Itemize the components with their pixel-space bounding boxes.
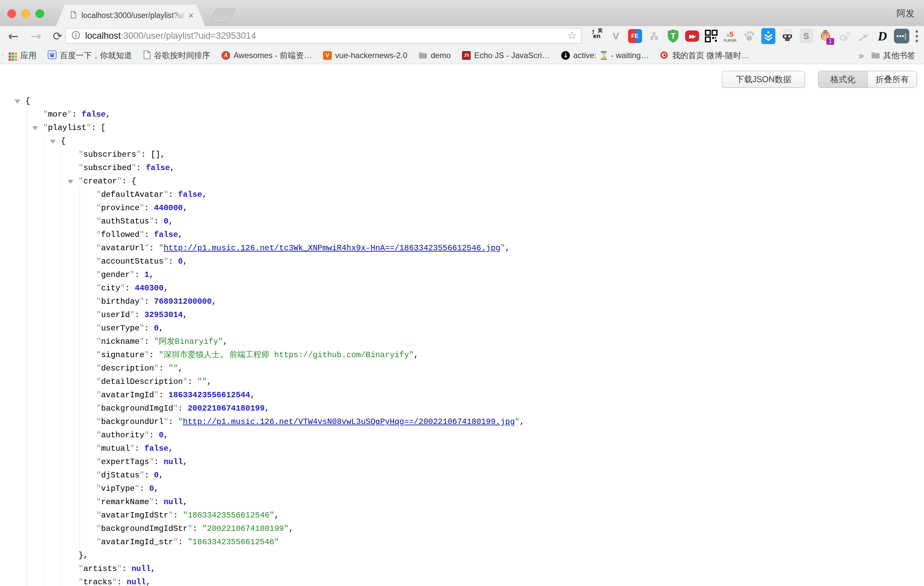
json-line: "backgroundImgIdStr": "2002210674180199"… <box>0 522 924 536</box>
reload-icon[interactable]: ⟳ <box>53 28 63 44</box>
omnibox[interactable]: localhost:3000/user/playlist?uid=3295301… <box>66 28 581 43</box>
json-number-value: 32953014 <box>144 310 183 319</box>
bookmark-item[interactable]: JSEcho JS - JavaScri… <box>462 51 550 60</box>
colon: : <box>159 391 168 399</box>
key-quote: " <box>96 538 101 546</box>
bookmark-item[interactable]: 我的首页 微博-随时… <box>660 50 749 61</box>
new-tab-button[interactable] <box>209 9 236 23</box>
bookmark-item[interactable]: 谷歌按时间排序 <box>143 50 210 61</box>
comma: , <box>168 217 173 226</box>
json-line: "birthday": 768931200000, <box>0 295 924 309</box>
json-key: gender <box>101 270 130 279</box>
qrcode-extension[interactable] <box>701 27 721 45</box>
string-quote: " <box>197 377 202 386</box>
bookmark-item[interactable]: AAwesomes - 前端资… <box>221 50 312 61</box>
html5-player-extension[interactable]: s5PLAYER <box>721 27 739 45</box>
tab-close-icon[interactable]: × <box>188 11 193 20</box>
key-quote: " <box>43 123 48 132</box>
indent-guide <box>44 135 45 586</box>
json-link-value[interactable]: http://p1.music.126.net/VTW4vsN08vwL3uSQ… <box>183 417 515 426</box>
baidu-paw-icon <box>48 50 56 61</box>
chrome-menu-icon[interactable] <box>911 30 923 43</box>
video-speed-extension[interactable]: ▶▶ <box>683 27 701 45</box>
sitemap-extension[interactable] <box>644 27 663 45</box>
mask-extension[interactable] <box>778 27 797 45</box>
collapse-all-button[interactable]: 折叠所有 <box>868 71 917 87</box>
colon: : <box>154 497 164 507</box>
password-dots-extension[interactable]: •••| <box>892 27 911 45</box>
string-quote: " <box>178 417 183 426</box>
bookmark-label: demo <box>431 51 450 60</box>
shield-extension[interactable]: T <box>663 27 683 45</box>
hummingbird-extension[interactable] <box>854 27 873 45</box>
weibo-gray-extension[interactable] <box>835 27 854 45</box>
json-number-value: 440300 <box>135 284 163 293</box>
s-badge-extension[interactable]: S <box>797 27 816 45</box>
bookmark-item[interactable]: 百度一下，你就知道 <box>48 50 132 61</box>
json-key: djStatus <box>101 471 139 480</box>
window-controls <box>7 9 44 18</box>
json-keyword-value: null <box>127 578 146 586</box>
minimize-window-button[interactable] <box>21 9 30 18</box>
json-key: avatarImgIdStr <box>101 511 168 520</box>
colon: : <box>144 203 154 213</box>
collapse-triangle-icon[interactable] <box>68 180 74 184</box>
download-json-button[interactable]: 下载JSON数据 <box>722 71 805 88</box>
bookmarks-bar-right: » 其他书签 <box>858 50 924 61</box>
paw-extension[interactable] <box>739 27 759 45</box>
json-number-value: 18633423556612544 <box>168 391 250 399</box>
comma: , <box>170 163 175 172</box>
json-punctuation: { <box>25 97 30 106</box>
zoom-window-button[interactable] <box>35 9 44 18</box>
back-icon[interactable]: ← <box>8 28 19 44</box>
key-quote: " <box>140 230 144 239</box>
json-string-value: 阿发Binaryify <box>159 337 218 346</box>
json-key: backgroundUrl <box>101 417 163 426</box>
fehelper-extension[interactable]: FE <box>625 27 644 45</box>
json-line: "subscribed": false, <box>0 161 924 175</box>
bookmark-item[interactable]: demo <box>419 51 450 60</box>
collapse-triangle-icon[interactable] <box>50 140 56 144</box>
site-info-icon[interactable] <box>71 30 81 41</box>
colon: : <box>135 270 144 279</box>
weibo-icon <box>660 50 669 61</box>
bookmark-item[interactable]: ↓active: ⌛ - waiting… <box>561 51 649 60</box>
monkey-extension[interactable]: 1 <box>816 27 835 45</box>
key-quote: " <box>140 337 144 346</box>
toolbar: ← → ⟳ localhost:3000/user/playlist?uid=3… <box>0 26 924 47</box>
json-link-value[interactable]: http://p1.music.126.net/tc3Wk_XNPmwiR4hx… <box>164 244 500 253</box>
json-line: "defaultAvatar": false, <box>0 188 924 201</box>
collapse-triangle-icon[interactable] <box>32 126 38 130</box>
d-script-extension[interactable]: D <box>873 27 892 45</box>
collapse-triangle-icon[interactable] <box>14 99 20 104</box>
bookmark-label: vue-hackernews-2.0 <box>335 51 407 60</box>
json-key: creator <box>83 177 117 186</box>
profile-name[interactable]: 阿发 <box>897 7 915 19</box>
close-window-button[interactable] <box>7 9 16 18</box>
key-quote: " <box>149 497 153 507</box>
key-quote: " <box>79 163 83 172</box>
url-text[interactable]: localhost:3000/user/playlist?uid=3295301… <box>85 31 256 41</box>
translate-extension[interactable]: en英⤴ <box>587 27 606 45</box>
json-key: backgroundImgIdStr <box>101 524 187 533</box>
other-bookmarks-folder[interactable]: 其他书签 <box>871 50 915 61</box>
comma: , <box>183 310 187 319</box>
bookmark-item[interactable]: Vvue-hackernews-2.0 <box>323 51 407 60</box>
bookmark-star-icon[interactable]: ☆ <box>567 29 577 42</box>
bookmarks-overflow-icon[interactable]: » <box>858 50 864 61</box>
json-number-value: 440000 <box>154 203 183 213</box>
colon: : <box>149 244 159 253</box>
format-button[interactable]: 格式化 <box>818 71 868 87</box>
echojs-icon: JS <box>462 51 471 60</box>
bookmark-item[interactable]: 应用 <box>9 50 36 61</box>
blue-chevron-extension[interactable] <box>759 27 778 45</box>
json-line: "avatarImgId": 18633423556612544, <box>0 388 924 402</box>
comma: , <box>154 484 159 493</box>
json-line: "description": "", <box>0 362 924 375</box>
browser-tab[interactable]: localhost:3000/user/playlist?ui × <box>56 5 205 26</box>
comma: , <box>183 257 187 266</box>
json-key: authority <box>101 431 144 440</box>
vue-devtools-extension[interactable]: V <box>606 27 625 45</box>
comma: , <box>168 444 173 453</box>
extension-badge: 1 <box>827 38 834 45</box>
